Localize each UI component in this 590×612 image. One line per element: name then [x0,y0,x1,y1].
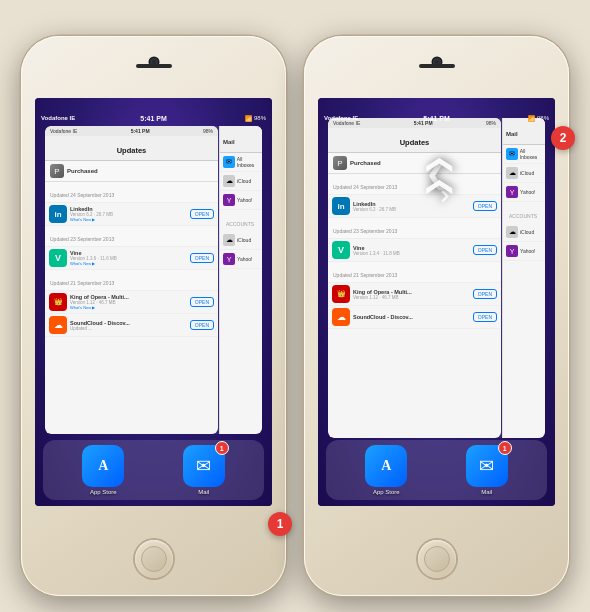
dock-1: A App Store ✉ 1 Mail [43,440,264,500]
phone-2: ❮ ⌃ ❯❯ Vodafone IE 5:41 PM 📶 98% 🌸 [304,36,569,596]
updates-title: Updates [117,146,147,155]
purchased-icon-2: P [333,156,347,170]
mail-panel-1: Mail ✉ All Inboxes ☁ iCloud Y Yahoo! [219,126,262,434]
soundcloud-open-btn-2[interactable]: OPEN [473,312,497,322]
linkedin-row-1: in LinkedIn Version 6.2 · 26.7 MB What's… [45,203,218,226]
mail-badge-2: 1 [498,441,512,455]
purchased-label: Purchased [67,168,98,174]
soundcloud-open-btn-1[interactable]: OPEN [190,320,214,330]
opera-icon-2: 👑 [332,285,350,303]
yahoo-item-1[interactable]: Y Yahoo! [220,191,262,210]
multitask-overlay-1: Vodafone IE 5:41 PM 98% Updates P Purcha… [45,126,262,434]
purchased-row: P Purchased [45,161,218,182]
updates-header-bar: Updates [45,136,218,161]
icloud-acct-1[interactable]: ☁ iCloud [220,231,262,250]
opera-icon-1: 👑 [49,293,67,311]
status-bar-2: Vodafone IE 5:41 PM 📶 98% [318,110,555,126]
yahoo-item-2[interactable]: Y Yahoo! [503,183,545,202]
dock-mail-2[interactable]: ✉ 1 Mail [466,445,508,495]
soundcloud-row-1: ☁ SoundCloud - Discov... Updated ... OPE… [45,314,218,337]
home-button-1[interactable] [135,540,173,578]
mail-badge-1: 1 [215,441,229,455]
linkedin-open-btn-2[interactable]: OPEN [473,201,497,211]
opera-row-2: 👑 King of Opera - Multi... Version 1.12 … [328,283,501,306]
battery-2: 📶 98% [528,115,549,122]
linkedin-icon-2: in [332,197,350,215]
battery-1: 📶 98% [245,115,266,122]
dock-mail-1[interactable]: ✉ 1 Mail [183,445,225,495]
chevron-arrows: ❯❯ [415,163,459,189]
vine-row-1: V Vine Version 1.3.6 · 11.6 MB What's Ne… [45,247,218,270]
updates-statusbar: Vodafone IE 5:41 PM 98% [45,126,218,136]
speaker-2 [419,64,455,68]
linkedin-icon-1: in [49,205,67,223]
home-button-2[interactable] [418,540,456,578]
vine-open-btn-2[interactable]: OPEN [473,245,497,255]
icloud-item-2[interactable]: ☁ iCloud [503,164,545,183]
soundcloud-icon-2: ☁ [332,308,350,326]
carrier-2: Vodafone IE [324,115,358,121]
linkedin-open-btn-1[interactable]: OPEN [190,209,214,219]
vine-icon-1: V [49,249,67,267]
soundcloud-row-2: ☁ SoundCloud - Discov... OPEN [328,306,501,329]
step-badge-2: 2 [551,126,575,150]
vine-icon-2: V [332,241,350,259]
opera-open-btn-1[interactable]: OPEN [190,297,214,307]
yahoo-acct-1[interactable]: Y Yahoo! [220,250,262,269]
yahoo-acct-2[interactable]: Y Yahoo! [503,242,545,261]
time-1: 5:41 PM [140,115,166,122]
carrier-1: Vodafone IE [41,115,75,121]
updates-header-bar-2: Updates [328,128,501,153]
icloud-acct-2[interactable]: ☁ iCloud [503,223,545,242]
screen-2: ❮ ⌃ ❯❯ Vodafone IE 5:41 PM 📶 98% 🌸 [318,98,555,506]
mail-panel-2: Mail ✉ All Inboxes ☁ iCloud Y Yahoo! [502,118,545,438]
vine-row-2: V Vine Version 1.3.4 · 11.8 MB OPEN [328,239,501,262]
dock-appstore-1[interactable]: A App Store [82,445,124,495]
step-badge-1: 1 [268,512,292,536]
phone-1: Vodafone IE 5:41 PM 📶 98% 🌸 Photos 📷 Cam… [21,36,286,596]
soundcloud-icon-1: ☁ [49,316,67,334]
dock-2: A App Store ✉ 1 Mail [326,440,547,500]
phone-body-1: Vodafone IE 5:41 PM 📶 98% 🌸 Photos 📷 Cam… [21,36,286,596]
screen-1: Vodafone IE 5:41 PM 📶 98% 🌸 Photos 📷 Cam… [35,98,272,506]
vine-open-btn-1[interactable]: OPEN [190,253,214,263]
purchased-label-2: Purchased [350,160,381,166]
updates-card-1: Vodafone IE 5:41 PM 98% Updates P Purcha… [45,126,218,434]
speaker-1 [136,64,172,68]
opera-open-btn-2[interactable]: OPEN [473,289,497,299]
all-inboxes-item-2[interactable]: ✉ All Inboxes [503,145,545,164]
phone-body-2: ❮ ⌃ ❯❯ Vodafone IE 5:41 PM 📶 98% 🌸 [304,36,569,596]
linkedin-row-2: in LinkedIn Version 6.2 · 26.7 MB OPEN [328,195,501,218]
time-2: 5:41 PM [423,115,449,122]
mail-header-1: Mail [220,126,262,153]
status-bar-1: Vodafone IE 5:41 PM 📶 98% [35,110,272,126]
updated-date-1: Updated 24 September 2013 [45,182,218,203]
updates-title-2: Updates [400,138,430,147]
purchased-icon: P [50,164,64,178]
all-inboxes-item-1[interactable]: ✉ All Inboxes [220,153,262,172]
dock-appstore-2[interactable]: A App Store [365,445,407,495]
opera-row-1: 👑 King of Opera - Multi... Version 1.12 … [45,291,218,314]
icloud-item-1[interactable]: ☁ iCloud [220,172,262,191]
